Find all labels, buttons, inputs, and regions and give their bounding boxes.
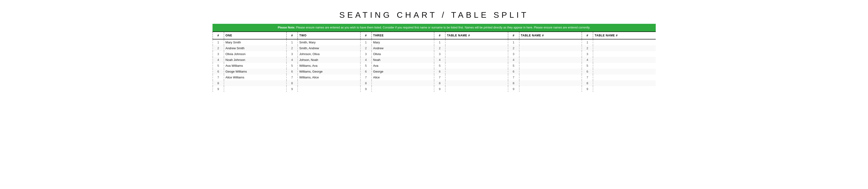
seating-table: # ONE # TWO # THREE # TABLE NAME # # TAB…: [213, 31, 656, 92]
header-table4: TABLE NAME #: [445, 32, 508, 39]
table-row: 888888: [213, 80, 656, 86]
header-one: ONE: [224, 32, 287, 39]
header-three: THREE: [372, 32, 434, 39]
table-row: 999999: [213, 86, 656, 92]
table-row: 1Mary Smith1Smith, Mary1Mary111: [213, 39, 656, 45]
header-num1: #: [213, 32, 224, 39]
notice-bar: Please Note: Please ensure names are ent…: [213, 24, 656, 31]
header-num3: #: [361, 32, 372, 39]
header-num6: #: [582, 32, 593, 39]
table-header-row: # ONE # TWO # THREE # TABLE NAME # # TAB…: [213, 32, 656, 39]
header-num4: #: [434, 32, 445, 39]
table-row: 6Geoge Williams6Williams, George6George6…: [213, 69, 656, 74]
header-two: TWO: [298, 32, 361, 39]
table-row: 4Noah Johnson4Johson, Noah4Noah444: [213, 57, 656, 63]
table-container: # ONE # TWO # THREE # TABLE NAME # # TAB…: [213, 31, 656, 92]
header-num5: #: [508, 32, 519, 39]
table-row: 7Alice Williams7Williams, Alice7Alice777: [213, 74, 656, 80]
table-row: 2Andrew Smith2Smith, Andrew2Andrew222: [213, 45, 656, 51]
notice-text: Please ensure names are entered as you w…: [295, 26, 590, 29]
header-num2: #: [286, 32, 298, 39]
page-title: SEATING CHART / TABLE SPLIT: [339, 10, 529, 20]
table-row: 3Olivia Johnson3Johnson, Oliva3Olivia333: [213, 51, 656, 57]
header-table6: TABLE NAME #: [593, 32, 656, 39]
header-table5: TABLE NAME #: [519, 32, 582, 39]
table-row: 5Ava Williams5Williams, Ava5Ava555: [213, 63, 656, 69]
notice-bold: Please Note:: [278, 26, 295, 29]
